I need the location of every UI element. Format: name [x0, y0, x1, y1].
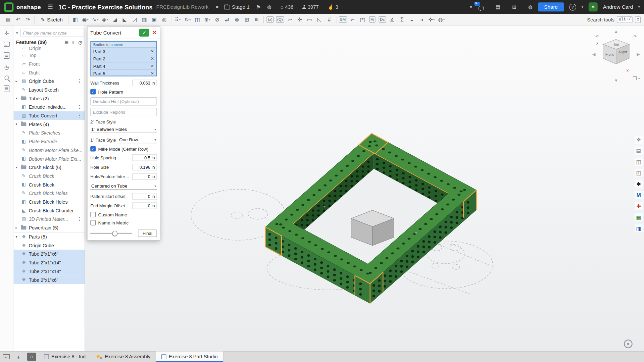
transform-icon[interactable]: ⇄ — [222, 14, 232, 24]
expand-caret-icon[interactable]: ▸ — [16, 226, 21, 229]
variable-icon[interactable]: (x) — [265, 14, 275, 24]
exclude-regions-input[interactable] — [90, 108, 157, 116]
filter-funnel-icon[interactable]: ▼ — [15, 31, 19, 35]
feature-row[interactable]: ◧Plate Extrude — [13, 137, 85, 146]
notebook-icon[interactable] — [4, 86, 9, 92]
circular-pattern-icon[interactable]: ↻▾ — [183, 14, 192, 24]
camera-options-button[interactable]: ❒ ▾ — [633, 75, 640, 81]
view-cube-top-face[interactable]: Top — [613, 43, 619, 46]
flange-icon[interactable]: ⌐ — [348, 14, 357, 24]
feature-row[interactable]: ▾Tubes (2) — [13, 94, 85, 103]
gusset-icon[interactable]: ◺ — [314, 14, 324, 24]
display-options-icon[interactable]: ◍▾ — [437, 14, 446, 24]
row-menu-icon[interactable]: ⋮ — [77, 79, 82, 84]
draft-icon[interactable]: ◿ — [130, 14, 139, 24]
user-menu-chevron-icon[interactable]: ▾ — [638, 5, 640, 9]
drawings-icon[interactable]: Ds — [377, 14, 387, 24]
tube-icon[interactable]: ▭ — [305, 14, 314, 24]
wall-thickness-input[interactable]: 0.063 in — [132, 80, 157, 86]
feature-row[interactable]: ▱Front — [13, 59, 85, 68]
loft-icon[interactable]: ◈▾ — [100, 14, 110, 24]
row-menu-icon[interactable]: ⋮ — [77, 113, 82, 118]
mass-properties-icon[interactable]: Σ — [397, 14, 407, 24]
hole-intersection-input[interactable]: 0 in — [132, 173, 157, 180]
sheet-metal-tab-icon[interactable]: ◰ — [358, 14, 367, 24]
sweep-icon[interactable]: ∿▾ — [90, 14, 100, 24]
share-button[interactable]: Share — [538, 2, 564, 11]
view-cube-front-face[interactable]: Front — [605, 53, 613, 56]
boolean-icon[interactable]: ⊕▾ — [202, 14, 212, 24]
hole-icon[interactable]: ◎ — [159, 14, 169, 24]
body-item[interactable]: Part 5✕ — [91, 69, 156, 76]
face2-style-dropdown[interactable]: 1" Between Holes ▾ — [90, 126, 157, 133]
extrude-icon[interactable]: ◧ — [70, 14, 80, 24]
feature-row[interactable]: ❖Tube 2"x1"x14" — [13, 258, 85, 267]
feature-row[interactable]: ▨3D Printed Mater...⋮ — [13, 215, 85, 223]
tab-exercise8-partstudio[interactable]: Exercise 8 Part Studio — [156, 352, 223, 362]
remove-body-icon[interactable]: ✕ — [151, 64, 154, 68]
graphics-viewport[interactable]: ▲ ↶ ↷ ◀ ▶ ▼ Top Front Right Z X ❒ ▾ — [85, 25, 644, 352]
mate-connector-point[interactable] — [415, 232, 417, 234]
shell-icon[interactable]: ▣ — [149, 14, 159, 24]
onshape-logo[interactable]: onshape — [4, 2, 41, 12]
user-avatar[interactable]: ✶ — [589, 2, 598, 11]
notifications-button[interactable]: 9+ — [478, 4, 484, 10]
app-shortcut-5-icon[interactable]: ✱ — [635, 180, 643, 188]
hole-pattern-checkbox[interactable]: ✓ — [90, 89, 96, 95]
hole-spacing-input[interactable]: 0.5 in — [132, 154, 157, 161]
app-shortcut-6-icon[interactable]: M — [635, 191, 643, 199]
pattern-offset-input[interactable]: 0 in — [132, 193, 157, 200]
feature-row[interactable]: ◧Extrude Individu...⋮ — [13, 103, 85, 111]
feature-row[interactable]: ✎Layout Sketch — [13, 86, 85, 94]
lookup-table-icon[interactable]: (Q) — [275, 14, 285, 24]
rollback-slider[interactable] — [90, 233, 132, 234]
expand-caret-icon[interactable]: ▸ — [16, 79, 21, 83]
redo-button[interactable]: ↷ — [23, 14, 33, 24]
document-title[interactable]: 1C - Practice Exercise Solutions — [58, 3, 153, 10]
end-margin-input[interactable]: 0 in — [132, 202, 157, 209]
fillet-icon[interactable]: ◢ — [110, 14, 120, 24]
rotate-down-icon[interactable]: ▼ — [614, 78, 618, 83]
remove-body-icon[interactable]: ✕ — [151, 71, 154, 75]
present-mode-icon[interactable]: ▸ — [0, 352, 12, 362]
feature-row[interactable]: ✎Crush Block Holes — [13, 189, 85, 198]
suppress-icon[interactable]: ‖ — [72, 40, 75, 45]
viewport-canvas[interactable] — [85, 25, 644, 352]
mate-connector-point[interactable] — [324, 206, 325, 207]
user-name[interactable]: Andrew Card — [603, 4, 633, 10]
help-icon[interactable]: ? — [569, 3, 576, 10]
cancel-button[interactable]: ✕ — [152, 29, 157, 37]
face1-style-dropdown[interactable]: One Row ▾ — [118, 136, 157, 143]
tab-exercise8-assembly[interactable]: Exercise 8 Assembly — [91, 352, 156, 362]
tab-exercise8-ind[interactable]: Exercise 8 - Ind — [39, 352, 91, 362]
sketch-button[interactable]: ✎ Sketch — [37, 14, 67, 24]
expand-caret-icon[interactable]: ▾ — [16, 165, 21, 169]
feature-row[interactable]: ▾Plates (4) — [13, 120, 85, 128]
app-shortcut-8-icon[interactable]: ▦ — [635, 213, 643, 221]
body-item[interactable]: Part 2✕ — [91, 55, 156, 62]
appearance-icon[interactable]: ◑ — [417, 14, 427, 24]
rotate-right-icon[interactable]: ▶ — [637, 52, 640, 57]
rotate-ccw-icon[interactable]: ↶ — [595, 34, 599, 39]
sheet-metal-model-icon[interactable]: SM — [338, 14, 348, 24]
plane-icon[interactable]: ▱ — [285, 14, 295, 24]
feature-row[interactable]: ❖Origin Cube — [13, 241, 85, 250]
hole-size-input[interactable]: 0.196 in — [132, 164, 157, 170]
row-menu-icon[interactable]: ⋮ — [77, 104, 82, 110]
offset-surface-icon[interactable]: ≋ — [252, 14, 261, 24]
mike-mode-checkbox[interactable]: ✓ — [90, 146, 96, 152]
feature-row[interactable]: ▸Powertrain (5) — [13, 223, 85, 232]
feature-row[interactable]: ◧Crush Block Holes — [13, 198, 85, 206]
rollback-icon[interactable]: ◷ — [78, 40, 82, 45]
rotate-up-icon[interactable]: ▲ — [614, 29, 618, 34]
feature-row[interactable]: ✎Plate Sketches — [13, 128, 85, 137]
app-grid-icon[interactable]: ⊞ — [512, 4, 516, 10]
feature-row[interactable]: ▾Crush Block (6) — [13, 163, 85, 172]
delete-part-icon[interactable]: ⊗ — [232, 14, 242, 24]
feature-row[interactable]: ✎Bottom Motor Plate Ske... — [13, 146, 85, 154]
bodies-to-convert-list[interactable]: Bodies to convert Part 3✕Part 2✕Part 4✕P… — [90, 41, 157, 76]
public-globe-icon[interactable]: ◍ — [267, 4, 271, 10]
search-parts-icon[interactable] — [4, 75, 9, 80]
row-menu-icon[interactable]: ⋮ — [77, 216, 82, 222]
feature-row[interactable]: ▸▧Origin Cube⋮ — [13, 77, 85, 86]
